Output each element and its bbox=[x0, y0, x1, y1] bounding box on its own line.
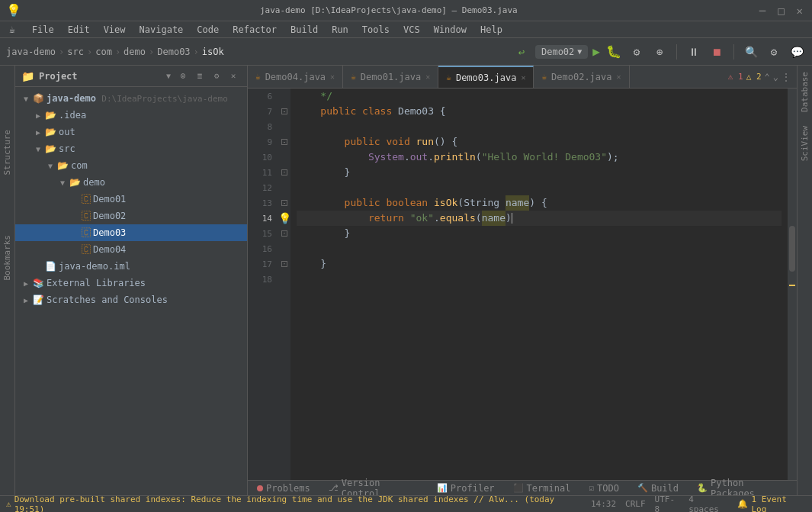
fold-class[interactable]: - bbox=[281, 108, 287, 114]
panel-dropdown[interactable]: ▼ bbox=[166, 72, 171, 80]
tab-demo03-close[interactable]: ✕ bbox=[521, 73, 525, 82]
breadcrumb-project[interactable]: java-demo bbox=[6, 47, 56, 57]
project-folder-icon: 📁 bbox=[21, 70, 34, 82]
minimize-btn[interactable]: ─ bbox=[759, 5, 765, 17]
event-log[interactable]: 🔔 1 Event Log bbox=[737, 494, 806, 513]
gutter-7[interactable]: - bbox=[278, 104, 290, 119]
terminal-icon: ⬛ bbox=[513, 483, 524, 493]
tree-item-out[interactable]: ▶ 📂 out bbox=[15, 124, 247, 140]
scroll-indicator[interactable] bbox=[788, 89, 797, 480]
fold-17[interactable]: · bbox=[281, 261, 287, 267]
fold-15[interactable]: · bbox=[281, 230, 287, 237]
tab-demo03[interactable]: ☕ Demo03.java ✕ bbox=[438, 66, 534, 88]
tab-todo[interactable]: ☑ TODO bbox=[586, 481, 622, 495]
tree-item-scratches[interactable]: ▶ 📝 Scratches and Consoles bbox=[15, 291, 247, 308]
menu-refactor[interactable]: Refactor bbox=[226, 23, 283, 37]
tab-build[interactable]: 🔨 Build bbox=[634, 481, 682, 495]
tab-demo02[interactable]: ☕ Demo02.java ✕ bbox=[534, 66, 629, 88]
menu-window[interactable]: Window bbox=[428, 23, 473, 37]
structure-tab-btn[interactable]: Structure bbox=[2, 127, 12, 179]
tree-item-java-demo[interactable]: ▼ 📦 java-demo D:\IdeaProjects\java-demo bbox=[15, 90, 247, 107]
gutter-9[interactable]: - bbox=[278, 134, 290, 150]
menu-navigate[interactable]: Navigate bbox=[133, 23, 190, 37]
collapse-all-btn[interactable]: ≡ bbox=[192, 69, 207, 84]
tab-options-btn[interactable]: ⋮ bbox=[782, 72, 791, 82]
search-btn[interactable]: 🔍 bbox=[742, 43, 760, 61]
tab-python[interactable]: 🐍 Python Packages bbox=[694, 476, 791, 496]
tree-item-com[interactable]: ▼ 📂 com bbox=[15, 157, 247, 174]
tree-item-ext-libs[interactable]: ▶ 📚 External Libraries bbox=[15, 275, 247, 291]
tab-vcs[interactable]: ⎇ Version Control bbox=[326, 476, 422, 496]
fold-isok[interactable]: - bbox=[281, 200, 287, 206]
locate-file-btn[interactable]: ⊙ bbox=[175, 69, 191, 84]
tab-profiler[interactable]: 📊 Profiler bbox=[434, 481, 498, 495]
menu-code[interactable]: Code bbox=[191, 23, 225, 37]
stop-button[interactable]: ⏹ bbox=[708, 43, 726, 61]
maximize-btn[interactable]: □ bbox=[778, 5, 784, 17]
tab-terminal[interactable]: ⬛ Terminal bbox=[510, 481, 574, 495]
coverage-button[interactable]: ⚙ bbox=[627, 43, 646, 61]
menu-run[interactable]: Run bbox=[326, 23, 355, 37]
panel-close-btn[interactable]: ✕ bbox=[226, 69, 241, 84]
breadcrumb-demo[interactable]: demo bbox=[124, 47, 146, 57]
status-position[interactable]: 14:32 bbox=[591, 499, 616, 509]
toolbar-nav-back[interactable]: ↩ bbox=[512, 43, 531, 61]
menu-vcs[interactable]: VCS bbox=[397, 23, 426, 37]
run-config[interactable]: Demo02 ▼ bbox=[535, 45, 588, 59]
sciview-tab-btn[interactable]: SciView bbox=[800, 123, 810, 164]
menu-file[interactable]: File bbox=[26, 23, 60, 37]
menu-edit[interactable]: Edit bbox=[62, 23, 96, 37]
pause-button[interactable]: ⏸ bbox=[685, 43, 703, 61]
tab-demo04-close[interactable]: ✕ bbox=[330, 72, 335, 81]
right-sidebar: Database SciView bbox=[797, 66, 812, 495]
code-line-9: public void run() { bbox=[297, 134, 782, 150]
breadcrumb-isok[interactable]: isOk bbox=[202, 47, 224, 57]
tab-demo01-close[interactable]: ✕ bbox=[425, 72, 430, 81]
menu-help[interactable]: Help bbox=[474, 23, 509, 37]
tab-expand-btn2[interactable]: ⌄ bbox=[773, 72, 778, 82]
tree-item-iml[interactable]: 📄 java-demo.iml bbox=[15, 258, 247, 275]
tree-item-demo04[interactable]: 🇨 Demo04 bbox=[15, 241, 247, 258]
gutter-18 bbox=[278, 272, 290, 287]
run-options[interactable]: ⊕ bbox=[650, 43, 669, 61]
breadcrumb-src[interactable]: src bbox=[67, 47, 84, 57]
panel-settings-btn[interactable]: ⚙ bbox=[209, 69, 224, 84]
settings-btn[interactable]: ⚙ bbox=[765, 43, 783, 61]
debug-button[interactable]: 🐛 bbox=[605, 43, 623, 61]
status-right: 14:32 CRLF UTF-8 4 spaces 🔔 1 Event Log bbox=[591, 494, 806, 513]
code-content[interactable]: */ public class Demo03 { public void run… bbox=[290, 89, 788, 480]
breadcrumb-com[interactable]: com bbox=[95, 47, 112, 57]
status-encoding[interactable]: UTF-8 bbox=[655, 494, 680, 513]
ext-libs-icon: 📚 bbox=[33, 278, 44, 288]
menu-tools[interactable]: Tools bbox=[356, 23, 396, 37]
tree-item-demo[interactable]: ▼ 📂 demo bbox=[15, 174, 247, 191]
tree-item-idea[interactable]: ▶ 📂 .idea bbox=[15, 107, 247, 124]
tab-demo01[interactable]: ☕ Demo01.java ✕ bbox=[343, 66, 438, 88]
tab-demo01-label: Demo01.java bbox=[361, 72, 421, 82]
menu-build[interactable]: Build bbox=[284, 23, 324, 37]
close-btn[interactable]: ✕ bbox=[797, 5, 803, 17]
tree-item-demo03[interactable]: 🇨 Demo03 bbox=[15, 224, 247, 241]
tab-demo02-close[interactable]: ✕ bbox=[617, 72, 621, 81]
tab-demo04[interactable]: ☕ Demo04.java ✕ bbox=[248, 66, 343, 88]
status-indent[interactable]: 4 spaces bbox=[688, 494, 728, 513]
run-button[interactable]: ▶ bbox=[592, 44, 600, 59]
notifications-btn[interactable]: 💬 bbox=[788, 43, 806, 61]
bookmarks-tab-btn[interactable]: Bookmarks bbox=[2, 232, 12, 284]
breadcrumb-demo03[interactable]: Demo03 bbox=[157, 47, 190, 57]
gutter-14[interactable]: 💡 bbox=[278, 211, 290, 226]
menu-view[interactable]: View bbox=[98, 23, 132, 37]
tree-item-demo02[interactable]: 🇨 Demo02 bbox=[15, 208, 247, 224]
database-tab-btn[interactable]: Database bbox=[800, 69, 810, 115]
tab-expand-btn[interactable]: ⌃ bbox=[765, 72, 770, 82]
tab-problems[interactable]: Problems bbox=[254, 481, 313, 495]
tree-item-demo01[interactable]: 🇨 Demo01 bbox=[15, 191, 247, 208]
status-lf[interactable]: CRLF bbox=[625, 499, 646, 509]
menu-file[interactable]: ☕ bbox=[3, 22, 21, 37]
bulb-icon[interactable]: 💡 bbox=[278, 212, 291, 224]
fold-method[interactable]: - bbox=[281, 139, 287, 145]
tree-item-src[interactable]: ▼ 📂 src bbox=[15, 140, 247, 157]
fold-11[interactable]: · bbox=[281, 169, 287, 175]
run-config-dropdown[interactable]: ▼ bbox=[577, 47, 582, 56]
gutter-13[interactable]: - bbox=[278, 195, 290, 211]
